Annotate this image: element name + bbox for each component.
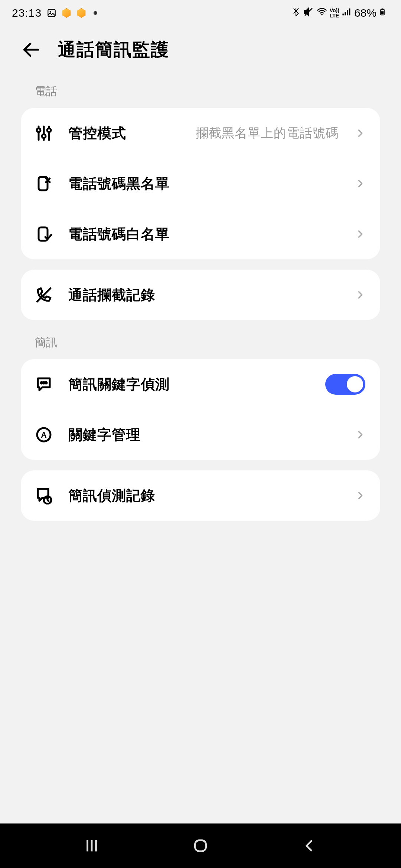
chevron-right-icon: [355, 128, 365, 138]
phone-blacklist-icon: [33, 173, 54, 194]
toggle-sms-keyword[interactable]: [325, 374, 365, 395]
row-value: 攔截黑名單上的電話號碼: [196, 125, 339, 142]
gallery-icon: [47, 8, 56, 18]
back-button[interactable]: [21, 39, 42, 60]
status-bar: 23:13 Vo))LTE 68%: [0, 0, 401, 26]
call-block-icon: [33, 285, 54, 305]
status-left: 23:13: [12, 7, 97, 19]
page-header: 通話簡訊監護: [0, 26, 401, 79]
toggle-knob: [347, 376, 363, 392]
svg-rect-3: [342, 13, 344, 15]
battery-icon: [379, 6, 386, 20]
row-phone-blacklist[interactable]: 電話號碼黑名單: [21, 158, 380, 209]
card-phone-settings: 管控模式 攔截黑名單上的電話號碼 電話號碼黑名單 電話號碼白名單: [21, 108, 380, 259]
status-right: Vo))LTE 68%: [291, 6, 386, 20]
svg-point-20: [43, 382, 45, 384]
svg-rect-6: [349, 8, 351, 15]
row-control-mode[interactable]: 管控模式 攔截黑名單上的電話號碼: [21, 108, 380, 158]
svg-point-15: [47, 128, 51, 132]
chevron-right-icon: [355, 178, 365, 189]
row-sms-keyword-detect[interactable]: 簡訊關鍵字偵測: [21, 359, 380, 410]
row-sms-detect-log[interactable]: 簡訊偵測記錄: [21, 470, 380, 521]
row-keyword-manage[interactable]: A 關鍵字管理: [21, 410, 380, 460]
svg-point-11: [37, 128, 40, 132]
message-icon: [33, 374, 54, 395]
status-time: 23:13: [12, 7, 42, 19]
app-hex-icon-2: [76, 8, 86, 18]
battery-percent: 68%: [354, 7, 376, 19]
sliders-icon: [33, 123, 54, 144]
svg-rect-0: [48, 9, 55, 17]
card-sms-settings: 簡訊關鍵字偵測 A 關鍵字管理: [21, 359, 380, 460]
page-title: 通話簡訊監護: [58, 38, 169, 62]
card-sms-log: 簡訊偵測記錄: [21, 470, 380, 521]
signal-icon: [342, 7, 352, 20]
svg-rect-9: [381, 11, 384, 14]
row-label: 電話號碼黑名單: [68, 174, 341, 193]
row-label: 管控模式: [68, 124, 182, 143]
svg-rect-8: [382, 8, 384, 9]
card-call-log: 通話攔截記錄: [21, 270, 380, 320]
app-hex-icon-1: [62, 8, 71, 18]
mute-icon: [303, 6, 314, 20]
phone-whitelist-icon: [33, 224, 54, 244]
nav-back-button[interactable]: [298, 835, 320, 857]
svg-rect-4: [345, 12, 346, 15]
bluetooth-icon: [291, 7, 301, 19]
chevron-right-icon: [355, 290, 365, 300]
row-call-block-log[interactable]: 通話攔截記錄: [21, 270, 380, 320]
keyword-icon: A: [33, 424, 54, 445]
svg-point-13: [42, 134, 46, 138]
svg-rect-5: [347, 10, 348, 15]
system-nav-bar: [0, 823, 401, 868]
svg-point-2: [321, 14, 323, 15]
section-label-sms: 簡訊: [0, 331, 401, 359]
chevron-right-icon: [355, 229, 365, 239]
svg-point-19: [41, 382, 42, 384]
row-label: 簡訊偵測記錄: [68, 486, 341, 505]
message-log-icon: [33, 485, 54, 506]
chevron-right-icon: [355, 490, 365, 501]
nav-home-button[interactable]: [189, 835, 212, 857]
volte-icon: Vo))LTE: [330, 8, 339, 18]
row-label: 通話攔截記錄: [68, 286, 341, 305]
svg-text:A: A: [41, 430, 47, 440]
row-label: 電話號碼白名單: [68, 225, 341, 244]
more-notifications-dot-icon: [94, 11, 97, 15]
row-label: 關鍵字管理: [68, 425, 341, 444]
svg-rect-28: [195, 840, 206, 851]
svg-point-1: [50, 11, 51, 13]
row-phone-whitelist[interactable]: 電話號碼白名單: [21, 209, 380, 259]
chevron-right-icon: [355, 430, 365, 440]
wifi-icon: [316, 6, 327, 20]
section-label-phone: 電話: [0, 79, 401, 108]
nav-recent-button[interactable]: [81, 835, 103, 857]
row-label: 簡訊關鍵字偵測: [68, 375, 311, 394]
svg-point-21: [45, 382, 47, 384]
